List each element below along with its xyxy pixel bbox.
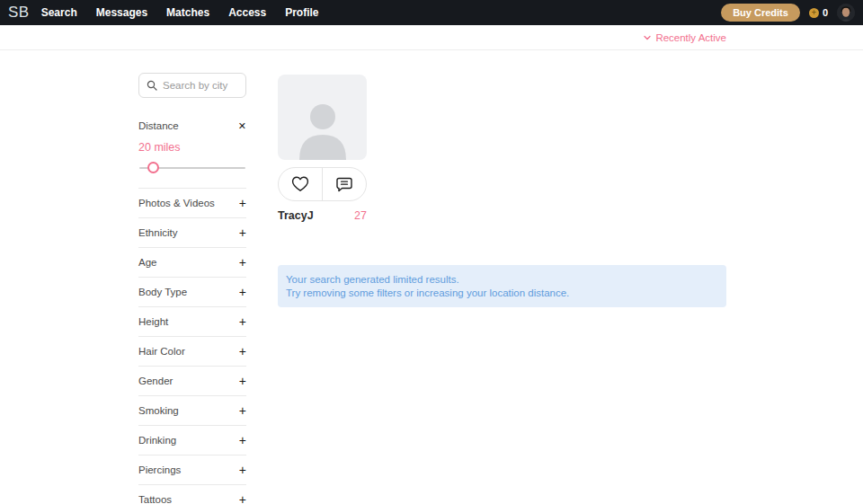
filter-label: Piercings <box>138 464 181 475</box>
coin-icon: + <box>809 8 819 18</box>
close-icon[interactable]: ✕ <box>238 121 246 131</box>
top-navbar: SB Search Messages Matches Access Profil… <box>0 0 863 25</box>
plus-icon[interactable]: + <box>239 493 246 504</box>
distance-value: 20 miles <box>138 141 246 154</box>
sort-dropdown[interactable]: Recently Active <box>644 32 726 43</box>
person-silhouette-icon <box>288 95 358 160</box>
filter-label: Ethnicity <box>138 227 177 238</box>
filter-row[interactable]: Tattoos + <box>138 484 246 504</box>
filter-label: Body Type <box>138 287 187 297</box>
plus-icon[interactable]: + <box>239 404 246 417</box>
nav-item[interactable]: Access <box>228 6 266 19</box>
user-avatar[interactable] <box>837 4 855 22</box>
limited-results-banner: Your search generated limited results. T… <box>278 265 726 307</box>
filters-sidebar: Distance ✕ 20 miles Photos & Videos + Et… <box>138 73 246 504</box>
filter-label: Smoking <box>138 405 179 416</box>
plus-icon[interactable]: + <box>239 345 246 358</box>
chat-icon <box>336 177 352 192</box>
app-logo[interactable]: SB <box>8 4 30 22</box>
main-nav: Search Messages Matches Access Profile <box>41 6 338 19</box>
profile-card: TracyJ 27 <box>278 75 367 222</box>
plus-icon[interactable]: + <box>239 434 246 447</box>
heart-icon <box>291 176 309 192</box>
plus-icon[interactable]: + <box>239 197 246 209</box>
plus-icon[interactable]: + <box>239 226 246 239</box>
results-area: TracyJ 27 Your search generated limited … <box>278 73 863 504</box>
nav-item[interactable]: Profile <box>285 6 318 19</box>
filter-row[interactable]: Piercings + <box>138 455 246 484</box>
nav-item[interactable]: Messages <box>96 6 147 19</box>
search-input[interactable] <box>163 80 238 91</box>
page-content: Distance ✕ 20 miles Photos & Videos + Et… <box>0 50 863 504</box>
search-icon <box>147 80 157 91</box>
filter-row[interactable]: Smoking + <box>138 395 246 425</box>
nav-item[interactable]: Matches <box>166 6 209 19</box>
filter-row[interactable]: Gender + <box>138 366 246 395</box>
plus-icon[interactable]: + <box>239 375 246 387</box>
banner-line-1: Your search generated limited results. <box>286 273 718 287</box>
navbar-right: Buy Credits + 0 <box>721 4 855 22</box>
filter-row[interactable]: Drinking + <box>138 425 246 455</box>
filter-row[interactable]: Height + <box>138 306 246 336</box>
profile-photo-placeholder[interactable] <box>278 75 367 160</box>
like-button[interactable] <box>279 168 323 200</box>
distance-label: Distance <box>138 120 179 131</box>
nav-item[interactable]: Search <box>41 6 77 19</box>
plus-icon[interactable]: + <box>239 286 246 298</box>
profile-name[interactable]: TracyJ <box>278 209 314 222</box>
buy-credits-button[interactable]: Buy Credits <box>721 4 800 22</box>
filter-row[interactable]: Photos & Videos + <box>138 188 246 217</box>
results-toolbar: Recently Active <box>0 25 863 50</box>
profile-name-row: TracyJ 27 <box>278 209 367 222</box>
filter-label: Height <box>138 316 168 327</box>
profile-actions <box>278 167 367 201</box>
filter-label: Gender <box>138 376 173 386</box>
distance-slider-handle[interactable] <box>147 162 159 173</box>
distance-slider[interactable] <box>138 162 246 174</box>
plus-icon[interactable]: + <box>239 256 246 269</box>
filter-label: Photos & Videos <box>138 198 215 208</box>
chevron-down-icon <box>644 35 651 40</box>
filter-label: Age <box>138 257 156 268</box>
sort-label: Recently Active <box>655 32 726 43</box>
filter-label: Hair Color <box>138 346 185 357</box>
distance-filter-header: Distance ✕ <box>138 120 246 131</box>
filter-row[interactable]: Hair Color + <box>138 336 246 366</box>
filter-list: Photos & Videos + Ethnicity + Age + Body… <box>138 188 246 504</box>
filter-row[interactable]: Ethnicity + <box>138 217 246 247</box>
filter-label: Drinking <box>138 435 176 446</box>
plus-icon[interactable]: + <box>239 464 246 476</box>
city-search-box[interactable] <box>138 73 246 98</box>
plus-icon[interactable]: + <box>239 315 246 328</box>
filter-row[interactable]: Body Type + <box>138 277 246 306</box>
credits-indicator[interactable]: + 0 <box>809 7 828 18</box>
avatar-photo <box>837 4 855 22</box>
filter-label: Tattoos <box>138 494 172 504</box>
message-button[interactable] <box>323 168 366 200</box>
filter-row[interactable]: Age + <box>138 247 246 277</box>
credits-count: 0 <box>823 7 828 18</box>
profile-age: 27 <box>354 209 367 222</box>
banner-line-2: Try removing some filters or increasing … <box>286 287 718 300</box>
